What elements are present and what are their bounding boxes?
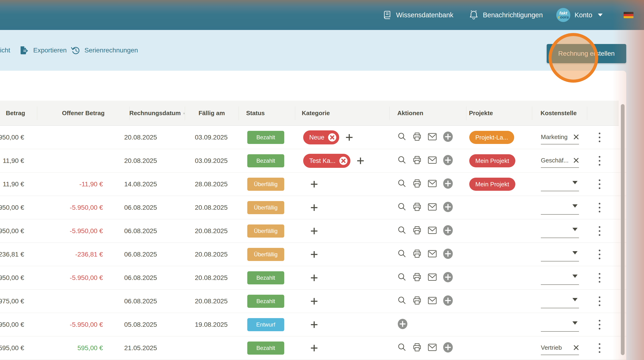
select-arrow-icon[interactable] [572,321,578,325]
email-invoice-button[interactable] [428,273,437,282]
preview-invoice-button[interactable] [398,343,406,353]
print-icon[interactable] [412,155,422,165]
email-invoice-button[interactable] [428,133,437,142]
table-row[interactable]: .950,00 € 20.08.2025 03.09.2025 Bezahlt … [0,126,626,149]
table-row[interactable]: 595,00 € 595,00 € 21.05.2025 Bezahlt Ver… [0,336,626,360]
select-arrow-icon[interactable] [572,181,578,184]
project-chip[interactable]: Mein Projekt [469,178,515,191]
email-invoice-button[interactable] [428,180,437,189]
add-action-button[interactable] [443,295,453,307]
print-icon[interactable] [412,296,422,305]
preview-invoice-button[interactable] [398,226,406,236]
sort-desc-icon[interactable] [183,110,185,117]
topbar-item-knowledge-base[interactable]: Wissensdatenbank [382,0,453,30]
language-switcher[interactable] [624,0,634,30]
preview-invoice-button[interactable] [398,202,406,213]
cost-center-select[interactable] [541,294,579,308]
remove-chip-icon[interactable] [328,133,336,142]
row-menu-icon[interactable] [598,319,601,330]
print-icon[interactable] [412,202,422,212]
email-invoice-button[interactable] [428,156,437,165]
search-icon[interactable] [398,179,406,188]
column-header[interactable]: Status [238,101,272,126]
row-menu-icon[interactable] [598,155,601,166]
email-invoice-button[interactable] [428,297,437,306]
clear-icon[interactable] [573,158,579,163]
row-menu-icon[interactable] [598,249,601,260]
print-invoice-button[interactable] [412,179,422,190]
add-category-button[interactable] [310,227,318,235]
email-icon[interactable] [428,156,437,164]
project-chip[interactable]: Projekt-La... [469,131,514,144]
cost-center-select[interactable]: Geschäf... [541,153,579,168]
add-circle-icon[interactable] [443,295,453,306]
clear-icon[interactable] [573,345,579,350]
print-icon[interactable] [412,249,422,258]
category-chip[interactable]: Neue [303,130,339,144]
add-action-button[interactable] [443,202,453,214]
toolbar-item-recurring-invoices[interactable]: Serienrechnungen [70,30,138,71]
add-category-button[interactable] [310,344,318,352]
column-header[interactable]: Kategorie [302,101,353,126]
email-icon[interactable] [428,297,437,304]
print-invoice-button[interactable] [412,132,422,143]
email-invoice-button[interactable] [428,227,437,236]
remove-chip-icon[interactable] [339,156,348,165]
preview-invoice-button[interactable] [398,273,406,283]
cost-center-select[interactable] [541,317,579,332]
email-icon[interactable] [428,344,437,351]
table-row[interactable]: .950,00 € -5.950,00 € 05.08.2025 19.08.2… [0,313,626,336]
add-category-button[interactable] [310,204,318,212]
add-circle-icon[interactable] [443,342,453,353]
column-header[interactable]: Rechnungsdatum [129,101,185,126]
preview-invoice-button[interactable] [398,132,406,143]
table-row[interactable]: .975,00 € 06.08.2025 20.08.2025 Bezahlt [0,289,626,313]
add-category-button[interactable] [345,133,353,141]
search-icon[interactable] [398,156,406,165]
topbar-item-notifications[interactable]: Benachrichtigungen [469,0,543,30]
add-category-button[interactable] [356,157,364,165]
search-icon[interactable] [398,202,406,211]
select-arrow-icon[interactable] [572,204,578,208]
print-icon[interactable] [412,132,422,141]
add-action-button[interactable] [443,131,453,144]
add-circle-icon[interactable] [443,248,453,259]
row-menu-icon[interactable] [598,272,601,283]
table-row[interactable]: .950,00 € -5.950,00 € 06.08.2025 20.08.2… [0,219,626,243]
add-action-button[interactable] [443,225,453,237]
add-circle-icon[interactable] [398,318,408,329]
create-invoice-button[interactable]: Rechnung erstellen [547,44,626,63]
add-category-button[interactable] [310,297,318,305]
add-circle-icon[interactable] [443,272,453,282]
add-action-button[interactable] [443,155,453,167]
column-header[interactable]: Offener Betrag [48,101,118,126]
add-circle-icon[interactable] [443,155,453,165]
table-row[interactable]: 11,90 € -11,90 € 14.08.2025 28.08.2025 Ü… [0,173,626,196]
select-arrow-icon[interactable] [572,274,578,278]
print-invoice-button[interactable] [412,343,422,354]
print-icon[interactable] [412,272,422,282]
print-icon[interactable] [412,226,422,235]
email-icon[interactable] [428,273,437,281]
add-circle-icon[interactable] [443,178,453,189]
print-invoice-button[interactable] [412,155,422,166]
add-circle-icon[interactable] [443,225,453,236]
print-invoice-button[interactable] [412,296,422,307]
select-arrow-icon[interactable] [572,298,578,301]
project-chip[interactable]: Mein Projekt [469,154,515,167]
row-menu-button[interactable] [595,149,604,173]
row-menu-button[interactable] [595,289,604,313]
preview-invoice-button[interactable] [398,249,406,260]
table-row[interactable]: .950,00 € -5.950,00 € 06.08.2025 20.08.2… [0,196,626,219]
add-category-button[interactable] [310,180,318,188]
email-icon[interactable] [428,133,437,140]
toolbar-item-export[interactable]: Exportieren [19,30,67,71]
add-category-button[interactable] [310,274,318,282]
row-menu-button[interactable] [595,243,604,266]
cost-center-select[interactable] [541,200,579,215]
print-invoice-button[interactable] [412,272,422,283]
row-menu-button[interactable] [595,196,604,219]
vertical-scrollbar[interactable] [620,102,625,360]
column-header[interactable]: Aktionen [390,101,431,126]
account-menu[interactable]: fakt coora Konto [556,0,602,30]
